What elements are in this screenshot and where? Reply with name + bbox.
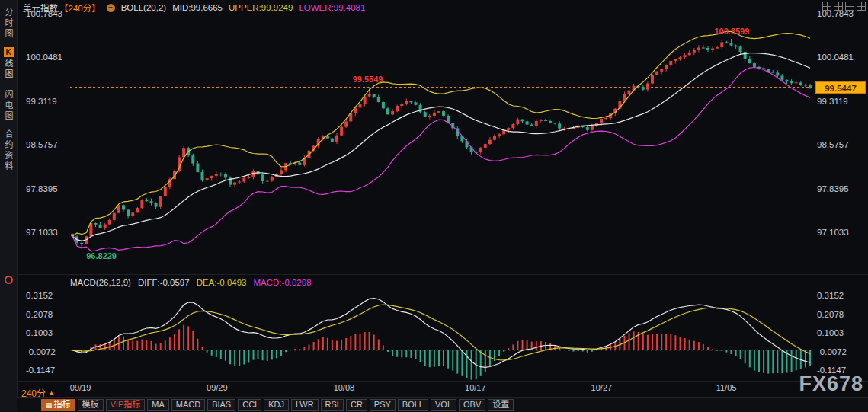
sidebar-item-label: 合约资料 bbox=[2, 129, 14, 172]
sidebar-item-label: 线图 bbox=[2, 59, 14, 80]
toolbar-tab-3[interactable]: MA bbox=[147, 399, 169, 411]
toolbar-tab-9[interactable]: RSI bbox=[321, 399, 344, 411]
axis-separator bbox=[17, 381, 868, 382]
chevron-up-icon: ▲ bbox=[48, 389, 55, 397]
toolbar-tab-8[interactable]: LWR bbox=[291, 399, 319, 411]
sidebar-item-kline-chart[interactable]: K 线图 bbox=[0, 47, 17, 83]
boll-mid-line bbox=[72, 53, 810, 241]
boll-lower-value: LOWER:99.4081 bbox=[299, 3, 365, 12]
toolbar-tab-14[interactable]: OBV bbox=[459, 399, 485, 411]
macd-dea-value: DEA:-0.0493 bbox=[197, 278, 247, 287]
timeframe-label: 【240分】 bbox=[59, 2, 101, 14]
toolbar-tab-12[interactable]: BOLL bbox=[398, 399, 428, 411]
panel-separator bbox=[17, 274, 868, 275]
toolbar-tab-4[interactable]: MACD bbox=[171, 399, 205, 411]
sidebar-item-label: 分时图 bbox=[2, 8, 14, 40]
toolbar-tab-6[interactable]: CCI bbox=[238, 399, 261, 411]
sidebar-item-contract-info[interactable]: 合约资料 bbox=[0, 129, 17, 175]
layout-grid-icon[interactable] bbox=[834, 2, 843, 11]
macd-diff-value: DIFF:-0.0597 bbox=[138, 278, 190, 287]
price-chart[interactable] bbox=[0, 0, 868, 412]
boll-upper-value: UPPER:99.9249 bbox=[229, 3, 293, 12]
sidebar-item-time-chart[interactable]: 分时图 bbox=[0, 8, 17, 43]
sidebar-item-lightning-chart[interactable]: 闪电图 bbox=[0, 90, 17, 125]
toolbar-tab-2[interactable]: VIP指标 bbox=[106, 399, 146, 411]
sidebar-item-label: 闪电图 bbox=[2, 90, 14, 122]
toolbar-tab-15[interactable]: 设置 bbox=[488, 399, 514, 411]
brand-watermark: FX678 bbox=[799, 372, 863, 396]
kline-badge: K bbox=[4, 47, 14, 57]
window-layout-controls bbox=[822, 2, 866, 11]
boll-upper-line bbox=[72, 31, 810, 236]
indicator-name: BOLL(20,2) bbox=[121, 3, 166, 12]
trading-app-window: 100.7843100.7843100.0481100.048199.31199… bbox=[0, 0, 868, 412]
macd-indicator-name: MACD(26,12,9) bbox=[70, 278, 131, 287]
symbol-name: 美元指数 bbox=[23, 2, 58, 14]
chart-header: 美元指数 【240分】 − BOLL(20,2) MID:99.6665 UPP… bbox=[23, 2, 365, 13]
layout-grid-icon[interactable] bbox=[857, 2, 866, 11]
layout-grid-icon[interactable] bbox=[822, 2, 831, 11]
toolbar-tab-11[interactable]: PSY bbox=[370, 399, 396, 411]
chart-type-sidebar: 分时图 K 线图 闪电图 合约资料 bbox=[0, 0, 18, 412]
toolbar-tab-13[interactable]: VOL bbox=[431, 399, 456, 411]
indicator-grid-icon: ▦ bbox=[46, 401, 53, 410]
boll-mid-value: MID:99.6665 bbox=[172, 3, 223, 12]
toolbar-tab-1[interactable]: 模板 bbox=[78, 399, 104, 411]
toolbar-tab-7[interactable]: KDJ bbox=[264, 399, 289, 411]
macd-header: MACD(26,12,9) DIFF:-0.0597 DEA:-0.0493 M… bbox=[70, 278, 312, 287]
indicator-toolbar: ▦指标模板VIP指标MAMACDBIASCCIKDJLWRRSICRPSYBOL… bbox=[17, 397, 868, 412]
candles-layer bbox=[71, 39, 812, 249]
macd-histogram bbox=[72, 325, 810, 380]
collapse-icon[interactable]: − bbox=[107, 4, 115, 12]
toolbar-tab-10[interactable]: CR bbox=[346, 399, 367, 411]
toolbar-tab-0[interactable]: ▦指标 bbox=[41, 399, 75, 411]
toolbar-tab-5[interactable]: BIAS bbox=[207, 399, 235, 411]
layout-grid-icon[interactable] bbox=[845, 2, 854, 11]
macd-hist-value: MACD:-0.0208 bbox=[254, 278, 312, 287]
record-dot-icon bbox=[5, 276, 13, 284]
